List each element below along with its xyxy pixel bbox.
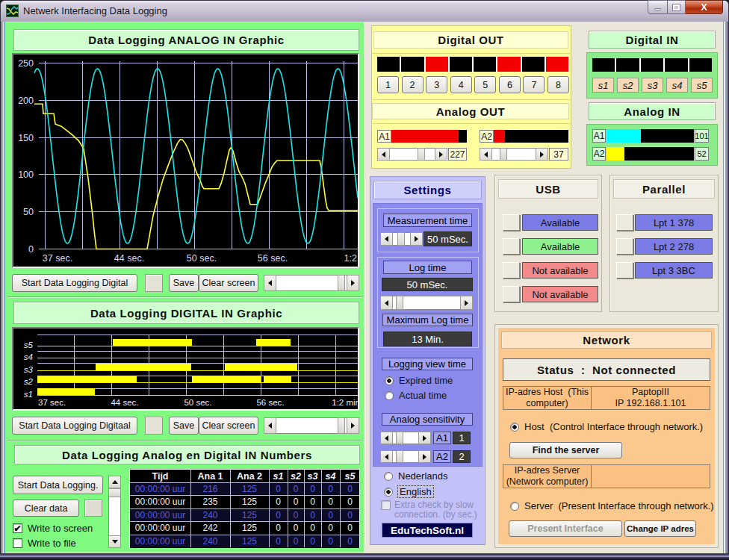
svg-text:s5: s5 [24, 340, 34, 349]
svg-text:s4: s4 [24, 352, 33, 361]
svg-text:56 sec.: 56 sec. [258, 253, 288, 264]
svg-text:s2: s2 [24, 377, 34, 386]
svg-text:s3: s3 [24, 365, 34, 374]
svg-text:44 sec.: 44 sec. [111, 398, 138, 407]
svg-text:1:2 min: 1:2 min [332, 398, 358, 407]
svg-text:200: 200 [18, 96, 34, 106]
svg-text:44 sec.: 44 sec. [114, 253, 144, 264]
svg-text:50: 50 [23, 207, 34, 217]
svg-text:37 sec.: 37 sec. [43, 253, 72, 264]
svg-text:37 sec.: 37 sec. [38, 398, 66, 407]
svg-text:0: 0 [28, 244, 34, 255]
svg-text:50 sec.: 50 sec. [187, 253, 217, 264]
svg-text:250: 250 [18, 58, 34, 69]
svg-text:100: 100 [18, 169, 34, 180]
svg-text:s1: s1 [24, 390, 33, 399]
svg-text:1:2: 1:2 [344, 253, 357, 264]
svg-text:56 sec.: 56 sec. [256, 398, 284, 407]
svg-text:150: 150 [18, 133, 34, 143]
svg-text:50 sec.: 50 sec. [184, 398, 211, 407]
